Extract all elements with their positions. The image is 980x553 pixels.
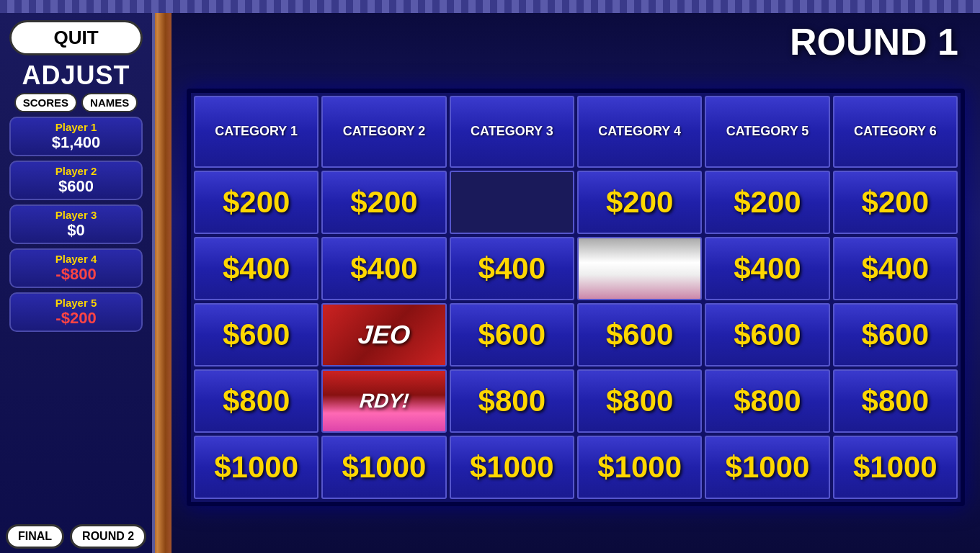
cell-r3-c3[interactable]: $600 [450, 303, 574, 367]
cell-r1-c6[interactable]: $200 [833, 171, 958, 234]
cell-r3-c5[interactable]: $600 [705, 303, 829, 367]
category-1-text: CATEGORY 1 [215, 124, 298, 140]
bottom-buttons: FINAL ROUND 2 [6, 524, 146, 549]
board-grid: CATEGORY 1 CATEGORY 2 CATEGORY 3 CATEGOR… [191, 93, 961, 502]
player-5-score: -$200 [15, 309, 137, 328]
cell-r4-c2-media[interactable]: RDY! [321, 369, 446, 433]
cell-r2-c3[interactable]: $400 [450, 237, 574, 300]
value-r2-c6: $400 [862, 251, 929, 286]
value-r5-c2: $1000 [342, 450, 427, 485]
value-r5-c4: $1000 [597, 450, 682, 485]
player-card-2[interactable]: Player 2 $600 [9, 161, 143, 200]
player-4-score: -$800 [15, 265, 137, 284]
cell-r5-c6[interactable]: $1000 [833, 436, 958, 499]
value-r3-c1: $600 [223, 318, 290, 352]
cell-r1-c3-empty [450, 171, 574, 234]
value-r1-c4: $200 [606, 185, 673, 220]
media-placeholder-2 [579, 238, 700, 299]
category-2-header[interactable]: CATEGORY 2 [321, 96, 446, 168]
category-5-text: CATEGORY 5 [726, 124, 809, 140]
game-board: CATEGORY 1 CATEGORY 2 CATEGORY 3 CATEGOR… [187, 89, 965, 506]
player-2-score: $600 [15, 177, 137, 196]
category-5-header[interactable]: CATEGORY 5 [705, 96, 829, 168]
category-3-header[interactable]: CATEGORY 3 [450, 96, 574, 168]
category-1-header[interactable]: CATEGORY 1 [194, 96, 318, 168]
value-r1-c1: $200 [223, 185, 290, 220]
cell-r4-c3[interactable]: $800 [450, 369, 574, 433]
player-3-name: Player 3 [15, 209, 137, 221]
value-r4-c4: $800 [606, 384, 673, 418]
player-1-score: $1,400 [15, 133, 137, 152]
cell-r2-c4-media[interactable] [577, 237, 702, 300]
quit-button[interactable]: QUIT [9, 20, 143, 55]
scores-names-row: SCORES NAMES [14, 93, 138, 112]
cell-r2-c2[interactable]: $400 [321, 237, 446, 300]
cell-r4-c6[interactable]: $800 [833, 369, 958, 433]
cell-r3-c6[interactable]: $600 [833, 303, 958, 367]
value-r4-c3: $800 [478, 384, 545, 418]
cell-r3-c1[interactable]: $600 [194, 303, 318, 367]
player-5-name: Player 5 [15, 297, 137, 309]
player-card-1[interactable]: Player 1 $1,400 [9, 117, 143, 156]
player-card-3[interactable]: Player 3 $0 [9, 204, 143, 244]
player-2-name: Player 2 [15, 165, 137, 177]
cell-r2-c5[interactable]: $400 [705, 237, 829, 300]
cell-r5-c4[interactable]: $1000 [577, 436, 702, 499]
value-r4-c1: $800 [223, 384, 290, 418]
value-r5-c3: $1000 [470, 450, 554, 485]
value-r3-c5: $600 [734, 318, 801, 352]
value-r2-c2: $400 [350, 251, 417, 286]
cell-r4-c4[interactable]: $800 [577, 369, 702, 433]
value-r5-c5: $1000 [726, 450, 810, 485]
scores-button[interactable]: SCORES [14, 93, 77, 112]
cell-r1-c1[interactable]: $200 [194, 171, 318, 234]
cell-r1-c4[interactable]: $200 [577, 171, 702, 234]
category-4-header[interactable]: CATEGORY 4 [577, 96, 702, 168]
media-placeholder-red-top: JEO [323, 305, 445, 365]
value-r1-c6: $200 [862, 185, 929, 220]
value-r2-c5: $400 [734, 251, 801, 286]
value-r3-c3: $600 [478, 318, 545, 352]
cell-r2-c1[interactable]: $400 [194, 237, 318, 300]
value-r3-c4: $600 [606, 318, 673, 352]
jeopardy-logo-bottom: RDY! [358, 390, 409, 413]
media-placeholder-red-bottom: RDY! [323, 371, 445, 431]
cell-r5-c1[interactable]: $1000 [194, 436, 318, 499]
cell-r5-c3[interactable]: $1000 [450, 436, 574, 499]
player-4-name: Player 4 [15, 253, 137, 265]
top-decorative-bar [0, 0, 980, 13]
cell-r4-c1[interactable]: $800 [194, 369, 318, 433]
round2-button[interactable]: ROUND 2 [70, 524, 146, 549]
sidebar: QUIT ADJUST SCORES NAMES Player 1 $1,400… [0, 13, 155, 553]
category-6-header[interactable]: CATEGORY 6 [833, 96, 958, 168]
cell-r5-c2[interactable]: $1000 [321, 436, 446, 499]
cell-r3-c2-media[interactable]: JEO [321, 303, 446, 367]
value-r5-c6: $1000 [853, 450, 937, 485]
cell-r2-c6[interactable]: $400 [833, 237, 958, 300]
jeopardy-logo-top: JEO [357, 320, 411, 350]
category-2-text: CATEGORY 2 [343, 124, 426, 140]
category-4-text: CATEGORY 4 [598, 124, 681, 140]
names-button[interactable]: NAMES [81, 93, 138, 112]
value-r2-c3: $400 [478, 251, 545, 286]
value-r5-c1: $1000 [214, 450, 298, 485]
value-r2-c1: $400 [223, 251, 290, 286]
player-card-5[interactable]: Player 5 -$200 [9, 292, 143, 332]
cell-r1-c2[interactable]: $200 [321, 171, 446, 234]
category-6-text: CATEGORY 6 [854, 124, 937, 140]
value-r3-c6: $600 [862, 318, 929, 352]
value-r4-c6: $800 [862, 384, 929, 418]
final-button[interactable]: FINAL [6, 524, 64, 549]
player-3-score: $0 [15, 221, 137, 240]
game-area: ROUND 1 CATEGORY 1 CATEGORY 2 CATEGORY 3… [172, 13, 980, 553]
value-r1-c5: $200 [734, 185, 801, 220]
cell-r3-c4[interactable]: $600 [577, 303, 702, 367]
value-r4-c5: $800 [734, 384, 801, 418]
value-r1-c2: $200 [350, 185, 417, 220]
player-card-4[interactable]: Player 4 -$800 [9, 248, 143, 288]
category-3-text: CATEGORY 3 [471, 124, 553, 140]
round-title: ROUND 1 [790, 20, 958, 63]
cell-r5-c5[interactable]: $1000 [705, 436, 829, 499]
cell-r1-c5[interactable]: $200 [705, 171, 829, 234]
cell-r4-c5[interactable]: $800 [705, 369, 829, 433]
